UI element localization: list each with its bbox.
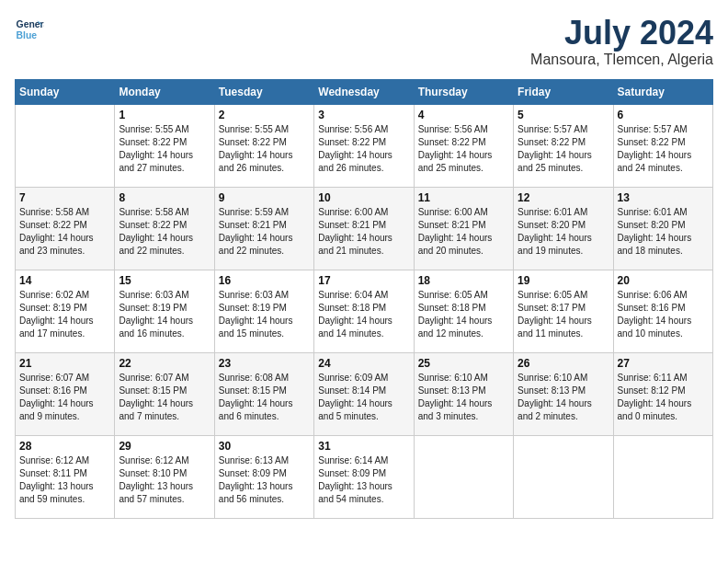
- calendar-cell: 30Sunrise: 6:13 AM Sunset: 8:09 PM Dayli…: [214, 435, 313, 518]
- calendar-cell: 2Sunrise: 5:55 AM Sunset: 8:22 PM Daylig…: [214, 104, 313, 187]
- header-row: SundayMondayTuesdayWednesdayThursdayFrid…: [16, 79, 713, 104]
- calendar-cell: 7Sunrise: 5:58 AM Sunset: 8:22 PM Daylig…: [16, 187, 115, 270]
- cell-info: Sunrise: 6:13 AM Sunset: 8:09 PM Dayligh…: [219, 454, 310, 506]
- calendar-cell: 10Sunrise: 6:00 AM Sunset: 8:21 PM Dayli…: [314, 187, 414, 270]
- day-number: 10: [318, 191, 409, 204]
- logo: General Blue: [15, 15, 44, 44]
- header-day: Sunday: [16, 79, 115, 104]
- day-number: 28: [19, 440, 110, 453]
- calendar-cell: [613, 435, 712, 518]
- header-day: Friday: [514, 79, 613, 104]
- day-number: 5: [518, 109, 609, 121]
- calendar-cell: 20Sunrise: 6:06 AM Sunset: 8:16 PM Dayli…: [613, 270, 712, 352]
- calendar-cell: 6Sunrise: 5:57 AM Sunset: 8:22 PM Daylig…: [613, 104, 712, 187]
- cell-info: Sunrise: 6:01 AM Sunset: 8:20 PM Dayligh…: [518, 206, 609, 258]
- cell-info: Sunrise: 5:55 AM Sunset: 8:22 PM Dayligh…: [119, 123, 210, 175]
- calendar-cell: 22Sunrise: 6:07 AM Sunset: 8:15 PM Dayli…: [115, 352, 214, 435]
- cell-info: Sunrise: 5:58 AM Sunset: 8:22 PM Dayligh…: [19, 206, 110, 258]
- day-number: 29: [119, 440, 210, 453]
- header-day: Tuesday: [214, 79, 313, 104]
- header-day: Wednesday: [314, 79, 414, 104]
- calendar-week-row: 14Sunrise: 6:02 AM Sunset: 8:19 PM Dayli…: [16, 270, 713, 352]
- cell-info: Sunrise: 6:10 AM Sunset: 8:13 PM Dayligh…: [518, 372, 609, 423]
- calendar-cell: 1Sunrise: 5:55 AM Sunset: 8:22 PM Daylig…: [115, 104, 214, 187]
- day-number: 3: [318, 109, 409, 121]
- calendar-cell: 8Sunrise: 5:58 AM Sunset: 8:22 PM Daylig…: [115, 187, 214, 270]
- day-number: 18: [418, 274, 509, 287]
- cell-info: Sunrise: 6:06 AM Sunset: 8:16 PM Dayligh…: [618, 289, 709, 340]
- day-number: 8: [119, 191, 210, 204]
- cell-info: Sunrise: 6:03 AM Sunset: 8:19 PM Dayligh…: [119, 289, 210, 340]
- day-number: 23: [219, 357, 310, 370]
- calendar-cell: 18Sunrise: 6:05 AM Sunset: 8:18 PM Dayli…: [414, 270, 513, 352]
- month-title: July 2024: [530, 15, 713, 52]
- cell-info: Sunrise: 6:00 AM Sunset: 8:21 PM Dayligh…: [418, 206, 509, 258]
- calendar-cell: 21Sunrise: 6:07 AM Sunset: 8:16 PM Dayli…: [16, 352, 115, 435]
- day-number: 19: [518, 274, 609, 287]
- svg-text:General: General: [17, 19, 44, 29]
- cell-info: Sunrise: 6:05 AM Sunset: 8:17 PM Dayligh…: [518, 289, 609, 340]
- day-number: 24: [318, 357, 409, 370]
- calendar-cell: 23Sunrise: 6:08 AM Sunset: 8:15 PM Dayli…: [214, 352, 313, 435]
- day-number: 27: [618, 357, 709, 370]
- calendar-cell: 3Sunrise: 5:56 AM Sunset: 8:22 PM Daylig…: [314, 104, 414, 187]
- calendar-cell: 15Sunrise: 6:03 AM Sunset: 8:19 PM Dayli…: [115, 270, 214, 352]
- calendar-cell: 31Sunrise: 6:14 AM Sunset: 8:09 PM Dayli…: [314, 435, 414, 518]
- day-number: 11: [418, 191, 509, 204]
- day-number: 16: [219, 274, 310, 287]
- calendar-cell: 14Sunrise: 6:02 AM Sunset: 8:19 PM Dayli…: [16, 270, 115, 352]
- cell-info: Sunrise: 6:12 AM Sunset: 8:11 PM Dayligh…: [19, 454, 110, 506]
- cell-info: Sunrise: 5:56 AM Sunset: 8:22 PM Dayligh…: [318, 123, 409, 175]
- cell-info: Sunrise: 6:11 AM Sunset: 8:12 PM Dayligh…: [618, 372, 709, 423]
- calendar-cell: 12Sunrise: 6:01 AM Sunset: 8:20 PM Dayli…: [514, 187, 613, 270]
- cell-info: Sunrise: 6:07 AM Sunset: 8:15 PM Dayligh…: [119, 372, 210, 423]
- day-number: 12: [518, 191, 609, 204]
- calendar-cell: 16Sunrise: 6:03 AM Sunset: 8:19 PM Dayli…: [214, 270, 313, 352]
- cell-info: Sunrise: 5:55 AM Sunset: 8:22 PM Dayligh…: [219, 123, 310, 175]
- cell-info: Sunrise: 6:00 AM Sunset: 8:21 PM Dayligh…: [318, 206, 409, 258]
- cell-info: Sunrise: 6:05 AM Sunset: 8:18 PM Dayligh…: [418, 289, 509, 340]
- calendar-cell: [414, 435, 513, 518]
- calendar-cell: 17Sunrise: 6:04 AM Sunset: 8:18 PM Dayli…: [314, 270, 414, 352]
- cell-info: Sunrise: 6:01 AM Sunset: 8:20 PM Dayligh…: [618, 206, 709, 258]
- day-number: 17: [318, 274, 409, 287]
- calendar-cell: [16, 104, 115, 187]
- day-number: 31: [318, 440, 409, 453]
- day-number: 22: [119, 357, 210, 370]
- title-block: July 2024 Mansoura, Tlemcen, Algeria: [530, 15, 713, 68]
- calendar-cell: 28Sunrise: 6:12 AM Sunset: 8:11 PM Dayli…: [16, 435, 115, 518]
- location-title: Mansoura, Tlemcen, Algeria: [530, 52, 713, 68]
- header-day: Monday: [115, 79, 214, 104]
- calendar-cell: 11Sunrise: 6:00 AM Sunset: 8:21 PM Dayli…: [414, 187, 513, 270]
- day-number: 9: [219, 191, 310, 204]
- calendar-cell: 25Sunrise: 6:10 AM Sunset: 8:13 PM Dayli…: [414, 352, 513, 435]
- calendar-cell: 9Sunrise: 5:59 AM Sunset: 8:21 PM Daylig…: [214, 187, 313, 270]
- calendar-cell: 29Sunrise: 6:12 AM Sunset: 8:10 PM Dayli…: [115, 435, 214, 518]
- day-number: 2: [219, 109, 310, 121]
- calendar-week-row: 1Sunrise: 5:55 AM Sunset: 8:22 PM Daylig…: [16, 104, 713, 187]
- day-number: 7: [19, 191, 110, 204]
- cell-info: Sunrise: 5:57 AM Sunset: 8:22 PM Dayligh…: [518, 123, 609, 175]
- calendar-cell: 5Sunrise: 5:57 AM Sunset: 8:22 PM Daylig…: [514, 104, 613, 187]
- cell-info: Sunrise: 5:59 AM Sunset: 8:21 PM Dayligh…: [219, 206, 310, 258]
- logo-icon: General Blue: [15, 15, 44, 44]
- day-number: 30: [219, 440, 310, 453]
- cell-info: Sunrise: 5:58 AM Sunset: 8:22 PM Dayligh…: [119, 206, 210, 258]
- cell-info: Sunrise: 6:03 AM Sunset: 8:19 PM Dayligh…: [219, 289, 310, 340]
- day-number: 15: [119, 274, 210, 287]
- calendar-cell: [514, 435, 613, 518]
- calendar-cell: 4Sunrise: 5:56 AM Sunset: 8:22 PM Daylig…: [414, 104, 513, 187]
- day-number: 6: [618, 109, 709, 121]
- calendar-cell: 24Sunrise: 6:09 AM Sunset: 8:14 PM Dayli…: [314, 352, 414, 435]
- cell-info: Sunrise: 6:14 AM Sunset: 8:09 PM Dayligh…: [318, 454, 409, 506]
- calendar-week-row: 28Sunrise: 6:12 AM Sunset: 8:11 PM Dayli…: [16, 435, 713, 518]
- calendar-cell: 13Sunrise: 6:01 AM Sunset: 8:20 PM Dayli…: [613, 187, 712, 270]
- svg-text:Blue: Blue: [17, 30, 38, 40]
- calendar-week-row: 21Sunrise: 6:07 AM Sunset: 8:16 PM Dayli…: [16, 352, 713, 435]
- calendar-body: 1Sunrise: 5:55 AM Sunset: 8:22 PM Daylig…: [16, 104, 713, 518]
- day-number: 14: [19, 274, 110, 287]
- cell-info: Sunrise: 6:08 AM Sunset: 8:15 PM Dayligh…: [219, 372, 310, 423]
- day-number: 4: [418, 109, 509, 121]
- calendar-cell: 19Sunrise: 6:05 AM Sunset: 8:17 PM Dayli…: [514, 270, 613, 352]
- calendar-table: SundayMondayTuesdayWednesdayThursdayFrid…: [15, 79, 713, 519]
